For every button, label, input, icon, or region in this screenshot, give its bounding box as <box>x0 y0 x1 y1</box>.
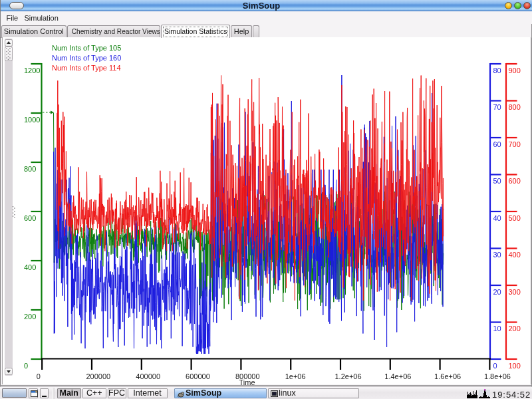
svg-text:800: 800 <box>509 103 521 111</box>
svg-text:600: 600 <box>24 214 36 222</box>
svg-text:600000: 600000 <box>186 372 210 380</box>
svg-text:10: 10 <box>493 325 501 332</box>
svg-text:80: 80 <box>493 66 501 74</box>
svg-text:0: 0 <box>24 362 28 370</box>
svg-text:900: 900 <box>509 66 521 74</box>
svg-text:200: 200 <box>509 325 521 332</box>
svg-text:1e+06: 1e+06 <box>285 372 306 380</box>
svg-text:1200: 1200 <box>24 66 40 74</box>
svg-text:60: 60 <box>493 140 501 148</box>
svg-text:400000: 400000 <box>136 372 160 380</box>
svg-text:400: 400 <box>24 263 36 271</box>
svg-text:100: 100 <box>509 362 521 370</box>
svg-text:Num Ints of Type 114: Num Ints of Type 114 <box>52 64 121 72</box>
svg-text:800: 800 <box>24 165 36 173</box>
svg-text:70: 70 <box>493 103 501 111</box>
svg-text:Num Ints of Type 105: Num Ints of Type 105 <box>52 44 121 52</box>
svg-text:20: 20 <box>493 288 501 296</box>
svg-text:1000: 1000 <box>24 116 40 124</box>
svg-text:0: 0 <box>37 372 41 380</box>
svg-text:700: 700 <box>509 140 521 148</box>
svg-text:400: 400 <box>509 251 521 259</box>
svg-text:Num Ints of Type 160: Num Ints of Type 160 <box>52 54 121 62</box>
svg-text:1.6e+06: 1.6e+06 <box>434 372 461 380</box>
svg-text:1.2e+06: 1.2e+06 <box>335 372 362 380</box>
svg-text:200: 200 <box>24 313 36 321</box>
svg-text:30: 30 <box>493 251 501 259</box>
svg-text:50: 50 <box>493 177 501 185</box>
svg-text:0: 0 <box>493 362 497 370</box>
svg-text:300: 300 <box>509 288 521 296</box>
svg-text:600: 600 <box>509 177 521 185</box>
svg-text:40: 40 <box>493 214 501 222</box>
svg-text:1.8e+06: 1.8e+06 <box>484 372 511 380</box>
svg-text:200000: 200000 <box>86 372 111 380</box>
svg-text:1.4e+06: 1.4e+06 <box>384 372 411 380</box>
svg-text:500: 500 <box>509 214 521 222</box>
